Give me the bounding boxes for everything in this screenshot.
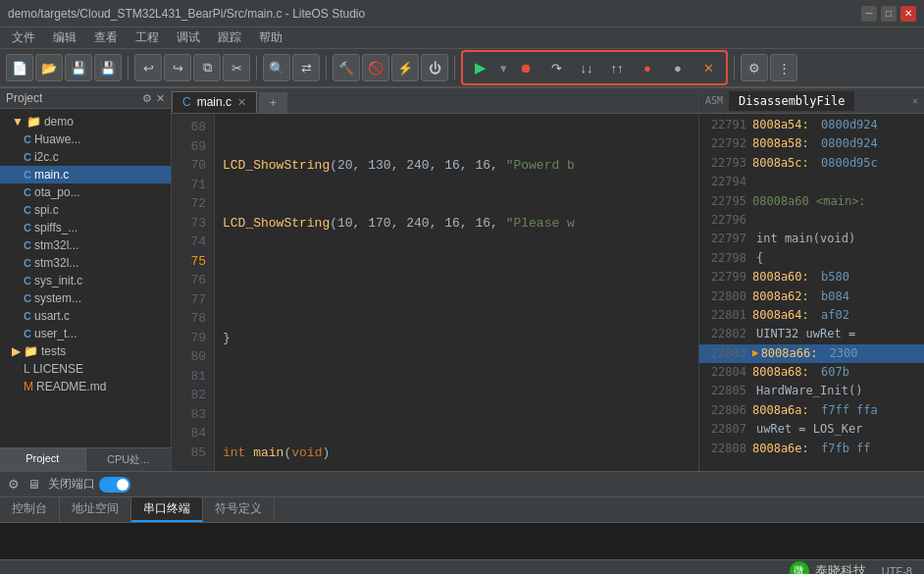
c-file-icon: C [24, 239, 31, 251]
line-num: 69 [180, 137, 206, 157]
tb-open-button[interactable]: 📂 [35, 54, 63, 81]
tb-stepover-button[interactable]: ↷ [542, 54, 570, 81]
terminal-settings-icon[interactable]: ⚙ [8, 477, 20, 492]
tree-item-label: usart.c [34, 309, 70, 323]
terminal-monitor-icon[interactable]: 🖥 [27, 477, 40, 492]
tree-item-stm32-2[interactable]: C stm32l... [0, 254, 171, 272]
bottom-tab-console[interactable]: 控制台 [0, 497, 60, 522]
tb-search-button[interactable]: 🔍 [263, 54, 290, 81]
tree-item-demo[interactable]: ▼ 📁 demo [0, 113, 171, 130]
bottom-tab-symbols[interactable]: 符号定义 [203, 497, 275, 522]
tb-redo-button[interactable]: ↪ [164, 54, 191, 81]
bottom-tab-terminal[interactable]: 串口终端 [131, 497, 203, 522]
minimize-button[interactable]: ─ [861, 6, 877, 22]
tb-replace-button[interactable]: ⇄ [292, 54, 320, 81]
tb-new-button[interactable]: 📄 [6, 54, 33, 81]
toggle-track[interactable] [99, 477, 130, 493]
tree-item-system[interactable]: C system... [0, 289, 171, 307]
line-num: 70 [180, 156, 206, 176]
tree-item-user[interactable]: C user_t... [0, 325, 171, 342]
tree-item-sysinit[interactable]: C sys_init.c [0, 272, 171, 289]
menu-edit[interactable]: 编辑 [45, 27, 84, 48]
c-file-icon: C [24, 310, 31, 322]
toolbar-search-group: 🔍 ⇄ [263, 54, 320, 81]
tb-build-button[interactable]: 🔨 [333, 54, 360, 81]
tb-settings-button[interactable]: ⚙ [741, 54, 768, 81]
tb-stop-red-button[interactable]: ● [634, 54, 661, 81]
toolbar-sep-5 [734, 56, 735, 79]
disasm-close-icon[interactable]: ✕ [906, 93, 924, 108]
menu-help[interactable]: 帮助 [251, 27, 290, 48]
menu-project[interactable]: 工程 [128, 27, 167, 48]
tb-copy-button[interactable]: ⧉ [193, 54, 221, 81]
sidebar-header-icons: ⚙ ✕ [142, 92, 165, 105]
bottom-tab-memory[interactable]: 地址空间 [60, 497, 131, 522]
editor-tab-new[interactable]: + [259, 92, 287, 113]
tab-label: + [270, 96, 277, 110]
tree-item-ota[interactable]: C ota_po... [0, 183, 171, 201]
toolbar-build-group: 🔨 🚫 ⚡ ⏻ [333, 54, 448, 81]
line-num: 71 [180, 176, 206, 195]
sidebar-close-icon[interactable]: ✕ [156, 92, 165, 105]
tb-stepinto-button[interactable]: ↓↓ [573, 54, 600, 81]
tb-more-button[interactable]: ⋮ [770, 54, 797, 81]
sidebar-settings-icon[interactable]: ⚙ [142, 92, 152, 105]
tab-close-icon[interactable]: ✕ [237, 96, 246, 109]
tree-item-label: README.md [36, 380, 106, 393]
tb-run-button[interactable]: ▶ [467, 54, 494, 81]
tb-record-button[interactable]: ⏺ [512, 54, 539, 81]
tree-item-readme[interactable]: M README.md [0, 378, 171, 395]
tree-item-label: user_t... [34, 327, 77, 340]
toolbar-extra-group: ⚙ ⋮ [741, 54, 797, 81]
tb-undo-button[interactable]: ↩ [134, 54, 162, 81]
tb-save-all-button[interactable]: 💾 [94, 54, 122, 81]
tree-item-label: demo [44, 115, 74, 129]
tree-item-spi[interactable]: C spi.c [0, 201, 171, 219]
tree-item-i2c[interactable]: C i2c.c [0, 148, 171, 166]
tb-power-button[interactable]: ⏻ [421, 54, 448, 81]
c-file-icon: C [24, 133, 31, 145]
line-num: 83 [180, 405, 206, 425]
menu-file[interactable]: 文件 [4, 27, 43, 48]
tree-item-license[interactable]: L LICENSE [0, 360, 171, 378]
tree-item-tests[interactable]: ▶ 📁 tests [0, 342, 171, 360]
editor-tab-mainc[interactable]: C main.c ✕ [172, 91, 257, 113]
disasm-tab-file[interactable]: DisassemblyFile [729, 91, 854, 111]
code-content[interactable]: LCD_ShowString(20, 130, 240, 16, 16, "Po… [215, 114, 698, 471]
tb-cut-button[interactable]: ✂ [223, 54, 250, 81]
sidebar-tab-cpu[interactable]: CPU处... [86, 448, 172, 471]
maximize-button[interactable]: □ [881, 6, 897, 22]
sidebar-tab-project[interactable]: Project [0, 448, 86, 471]
tree-item-label: stm32l... [34, 256, 78, 270]
menu-trace[interactable]: 跟踪 [210, 27, 249, 48]
disasm-row: 22800 8008a62: b084 [699, 287, 924, 306]
disasm-row: 22801 8008a64: af02 [699, 306, 924, 325]
c-file-icon: C [24, 186, 31, 198]
tree-item-label: system... [34, 291, 81, 305]
folder-arrow-icon: ▶ [12, 344, 21, 358]
line-numbers: 68 69 70 71 72 73 74 75 76 77 78 79 80 8… [172, 114, 215, 471]
tb-kill-button[interactable]: ✕ [694, 54, 722, 81]
tb-flash-button[interactable]: ⚡ [391, 54, 419, 81]
menu-view[interactable]: 查看 [86, 27, 126, 48]
tb-run-dropdown[interactable]: ▾ [497, 54, 509, 81]
window-controls: ─ □ ✕ [861, 6, 916, 22]
tree-item-huawei[interactable]: C Huawe... [0, 130, 171, 148]
tree-item-usart[interactable]: C usart.c [0, 307, 171, 325]
terminal-content[interactable] [0, 523, 924, 559]
tree-item-label: ota_po... [34, 185, 80, 199]
tb-stepout-button[interactable]: ↑↑ [603, 54, 631, 81]
code-editor[interactable]: 68 69 70 71 72 73 74 75 76 77 78 79 80 8… [172, 114, 698, 471]
tree-item-stm32-1[interactable]: C stm32l... [0, 236, 171, 254]
menu-debug[interactable]: 调试 [169, 27, 208, 48]
port-toggle[interactable]: 关闭端口 [48, 476, 130, 493]
tab-file-icon: C [182, 95, 191, 109]
tb-clean-button[interactable]: 🚫 [362, 54, 389, 81]
tree-item-spiffs[interactable]: C spiffs_... [0, 219, 171, 236]
close-button[interactable]: ✕ [900, 6, 916, 22]
tree-item-mainc[interactable]: C main.c [0, 166, 171, 183]
tb-save-button[interactable]: 💾 [65, 54, 92, 81]
tb-stop-gray-button[interactable]: ● [664, 54, 692, 81]
disasm-row: 22799 8008a60: b580 [699, 268, 924, 287]
menu-bar: 文件 编辑 查看 工程 调试 跟踪 帮助 [0, 27, 924, 49]
